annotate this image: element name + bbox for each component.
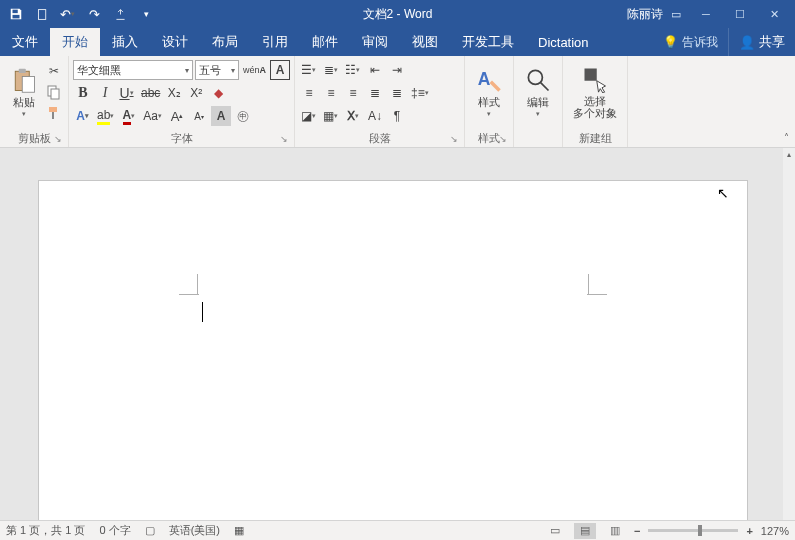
styles-group-label: 样式 xyxy=(478,132,500,144)
editing-button[interactable]: 编辑 ▾ xyxy=(518,59,558,125)
zoom-thumb[interactable] xyxy=(698,525,702,536)
title-bar: ↶▾ ↷ ▾ 文档2 - Word 陈丽诗 ▭ ─ ☐ ✕ xyxy=(0,0,795,28)
document-page[interactable] xyxy=(38,180,748,520)
status-language[interactable]: 英语(美国) xyxy=(169,523,220,538)
borders-icon[interactable]: ▦▾ xyxy=(321,106,341,126)
styles-button[interactable]: A 样式 ▾ xyxy=(469,59,509,125)
asian-layout-icon[interactable]: Ⅹ▾ xyxy=(343,106,363,126)
paste-button[interactable]: 粘贴 ▾ xyxy=(4,59,44,125)
tab-layout[interactable]: 布局 xyxy=(200,28,250,56)
vertical-scrollbar[interactable]: ▴ xyxy=(783,148,795,520)
subscript-button[interactable]: X₂ xyxy=(164,83,184,103)
dialog-launcher-icon[interactable]: ↘ xyxy=(280,132,288,146)
tab-review[interactable]: 审阅 xyxy=(350,28,400,56)
align-justify-icon[interactable]: ≣ xyxy=(365,83,385,103)
share-button[interactable]: 👤 共享 xyxy=(728,28,795,56)
chevron-down-icon: ▾ xyxy=(22,110,27,118)
group-styles: A 样式 ▾ 样式↘ xyxy=(465,56,514,147)
user-name[interactable]: 陈丽诗 xyxy=(627,6,663,23)
status-macro-icon[interactable]: ▦ xyxy=(234,524,244,537)
svg-rect-9 xyxy=(52,112,54,119)
share-icon: 👤 xyxy=(739,35,755,50)
align-right-icon[interactable]: ≡ xyxy=(343,83,363,103)
undo-icon[interactable]: ↶▾ xyxy=(56,2,80,26)
document-title: 文档2 - Word xyxy=(363,6,433,23)
line-spacing-icon[interactable]: ‡≡▾ xyxy=(409,83,432,103)
phonetic-guide-icon[interactable]: wénA xyxy=(241,60,268,80)
tab-design[interactable]: 设计 xyxy=(150,28,200,56)
sort-icon[interactable]: A↓ xyxy=(365,106,385,126)
show-marks-icon[interactable]: ¶ xyxy=(387,106,407,126)
save-icon[interactable] xyxy=(4,2,28,26)
font-family-combo[interactable]: 华文细黑▾ xyxy=(73,60,193,80)
select-objects-button[interactable]: 选择 多个对象 xyxy=(567,59,623,125)
zoom-slider[interactable] xyxy=(648,529,738,532)
tab-insert[interactable]: 插入 xyxy=(100,28,150,56)
zoom-in-icon[interactable]: + xyxy=(746,525,752,537)
increase-indent-icon[interactable]: ⇥ xyxy=(387,60,407,80)
highlight-icon[interactable]: ab▾ xyxy=(95,106,117,126)
redo-icon[interactable]: ↷ xyxy=(82,2,106,26)
dialog-launcher-icon[interactable]: ↘ xyxy=(54,132,62,146)
margin-guide xyxy=(179,294,199,295)
svg-line-12 xyxy=(541,83,549,91)
tab-view[interactable]: 视图 xyxy=(400,28,450,56)
zoom-value[interactable]: 127% xyxy=(761,525,789,537)
editing-label: 编辑 xyxy=(527,96,549,108)
tab-home[interactable]: 开始 xyxy=(50,28,100,56)
decrease-indent-icon[interactable]: ⇤ xyxy=(365,60,385,80)
align-center-icon[interactable]: ≡ xyxy=(321,83,341,103)
tab-dictation[interactable]: Dictation xyxy=(526,28,601,56)
web-layout-icon[interactable]: ▥ xyxy=(604,523,626,539)
multilevel-icon[interactable]: ☷▾ xyxy=(343,60,363,80)
status-proof-icon[interactable]: ▢ xyxy=(145,524,155,537)
underline-button[interactable]: U▾ xyxy=(117,83,137,103)
font-size-combo[interactable]: 五号▾ xyxy=(195,60,239,80)
text-cursor xyxy=(202,302,203,322)
shading-icon[interactable]: ◪▾ xyxy=(299,106,319,126)
shrink-font-icon[interactable]: A▾ xyxy=(189,106,209,126)
zoom-out-icon[interactable]: − xyxy=(634,525,640,537)
qat-customize-icon[interactable]: ▾ xyxy=(134,2,158,26)
print-layout-icon[interactable]: ▤ xyxy=(574,523,596,539)
superscript-button[interactable]: X² xyxy=(186,83,206,103)
enclose-char-icon[interactable]: ㊥ xyxy=(233,106,253,126)
align-left-icon[interactable]: ≡ xyxy=(299,83,319,103)
grow-font-icon[interactable]: A▴ xyxy=(167,106,187,126)
collapse-ribbon-icon[interactable]: ˄ xyxy=(784,132,789,143)
italic-button[interactable]: I xyxy=(95,83,115,103)
maximize-icon[interactable]: ☐ xyxy=(723,2,757,26)
new-icon[interactable] xyxy=(30,2,54,26)
group-paragraph: ☰▾ ≣▾ ☷▾ ⇤ ⇥ ≡ ≡ ≡ ≣ ≣ ‡≡▾ ◪▾ ▦▾ Ⅹ xyxy=(295,56,465,147)
tell-me-search[interactable]: 💡 告诉我 xyxy=(653,28,728,56)
dialog-launcher-icon[interactable]: ↘ xyxy=(499,132,507,146)
touch-mode-icon[interactable] xyxy=(108,2,132,26)
scroll-up-icon[interactable]: ▴ xyxy=(783,148,795,160)
change-case-icon[interactable]: Aa▾ xyxy=(141,106,165,126)
status-bar: 第 1 页，共 1 页 0 个字 ▢ 英语(美国) ▦ ▭ ▤ ▥ − + 12… xyxy=(0,520,795,540)
bold-button[interactable]: B xyxy=(73,83,93,103)
tab-file[interactable]: 文件 xyxy=(0,28,50,56)
clear-format-icon[interactable]: ◆ xyxy=(208,83,228,103)
numbering-icon[interactable]: ≣▾ xyxy=(321,60,341,80)
cut-icon[interactable]: ✂ xyxy=(44,61,64,81)
ribbon-display-icon[interactable]: ▭ xyxy=(671,8,681,21)
read-mode-icon[interactable]: ▭ xyxy=(544,523,566,539)
copy-icon[interactable] xyxy=(44,82,64,102)
close-icon[interactable]: ✕ xyxy=(757,2,791,26)
char-border-icon[interactable]: A xyxy=(270,60,290,80)
text-effects-icon[interactable]: A▾ xyxy=(73,106,93,126)
tab-developer[interactable]: 开发工具 xyxy=(450,28,526,56)
tab-references[interactable]: 引用 xyxy=(250,28,300,56)
char-shading-icon[interactable]: A xyxy=(211,106,231,126)
format-painter-icon[interactable] xyxy=(44,103,64,123)
dialog-launcher-icon[interactable]: ↘ xyxy=(450,132,458,146)
minimize-icon[interactable]: ─ xyxy=(689,2,723,26)
status-page[interactable]: 第 1 页，共 1 页 xyxy=(6,523,85,538)
align-distribute-icon[interactable]: ≣ xyxy=(387,83,407,103)
font-color-icon[interactable]: A▾ xyxy=(119,106,139,126)
strikethrough-button[interactable]: abc xyxy=(139,83,162,103)
status-words[interactable]: 0 个字 xyxy=(99,523,130,538)
tab-mailings[interactable]: 邮件 xyxy=(300,28,350,56)
bullets-icon[interactable]: ☰▾ xyxy=(299,60,319,80)
